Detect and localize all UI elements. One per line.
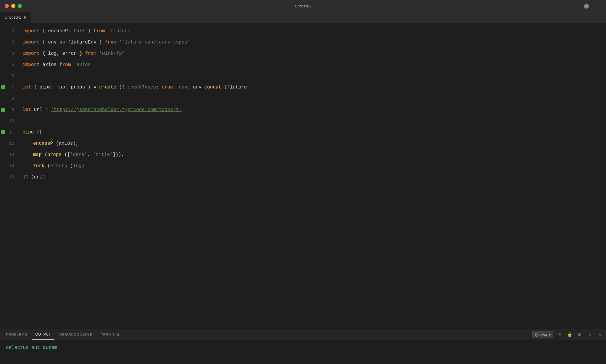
token-plain: ]) (url) — [22, 175, 45, 180]
token-plain: : — [156, 85, 162, 90]
line-content-4[interactable]: import { log, error } from 'wink-fp' — [18, 48, 606, 59]
token-plain: ([ — [34, 130, 42, 135]
minimize-button[interactable] — [11, 4, 15, 8]
line-content-3[interactable]: import { env as flutureEnv } from 'flutu… — [18, 37, 606, 48]
code-line-14: 14fork (error) (log) — [0, 160, 606, 172]
tab-output[interactable]: OUTPUT — [32, 329, 55, 340]
output-source-dropdown[interactable]: Quokka ▾ — [532, 331, 553, 338]
traffic-lights — [5, 4, 22, 8]
token-fn-name: encaseP — [33, 141, 53, 146]
line-gutter-11[interactable]: 11 — [0, 130, 18, 135]
token-plain: axios — [40, 62, 59, 67]
line-content-2[interactable]: import { encaseP, fork } from 'fluture' — [18, 25, 606, 37]
line-content-14[interactable]: fork (error) (log) — [18, 160, 606, 172]
line-gutter-3[interactable]: 3 — [0, 40, 18, 45]
split-editor-icon[interactable]: ⊞ — [578, 3, 581, 9]
token-str: 'data' — [70, 152, 87, 157]
tab-debug-console[interactable]: DEBUG CONSOLE — [56, 329, 96, 340]
token-plain: ({ — [116, 85, 128, 90]
token-plain: ( — [44, 163, 50, 169]
breakpoint-9 — [1, 108, 5, 112]
panel: PROBLEMS OUTPUT DEBUG CONSOLE TERMINAL Q… — [0, 329, 606, 364]
code-line-13: 13map (props (['data', 'title'])), — [0, 149, 606, 160]
trash-icon[interactable]: 🗑 — [576, 331, 584, 339]
line-number-14: 14 — [7, 164, 14, 169]
line-gutter-14[interactable]: 14 — [0, 164, 18, 169]
token-str: 'fluture-sanctuary-types' — [119, 40, 190, 45]
token-plain: (axios), — [53, 141, 78, 146]
code-line-9: 9let url = 'https://jsonplaceholder.typi… — [0, 104, 606, 115]
chevron-up-icon[interactable]: ∧ — [586, 331, 594, 339]
tab-terminal[interactable]: TERMINAL — [97, 329, 124, 340]
line-gutter-5[interactable]: 5 — [0, 62, 18, 67]
token-plain: } — [85, 28, 94, 34]
chevron-down-icon: ▾ — [549, 333, 551, 337]
token-plain: ([ — [62, 152, 70, 157]
filter-icon[interactable]: ≡ — [556, 331, 563, 339]
token-plain: { log, error } — [40, 51, 85, 56]
line-gutter-9[interactable]: 9 — [0, 107, 18, 112]
token-kw-let: let — [22, 107, 31, 112]
token-fn-name: concat — [204, 85, 222, 90]
close-panel-icon[interactable]: ✕ — [596, 331, 604, 339]
line-number-11: 11 — [7, 130, 14, 135]
maximize-button[interactable] — [18, 4, 22, 8]
code-line-12: 12encaseP (axios), — [0, 138, 606, 149]
line-gutter-10[interactable]: 10 — [0, 119, 18, 124]
token-fn-name: pipe — [22, 130, 34, 135]
token-plain: ) — [81, 163, 84, 169]
line-number-10: 10 — [7, 119, 14, 124]
token-plain: : env. — [187, 85, 204, 90]
token-prop: error — [50, 163, 65, 169]
token-kw-true: true — [162, 85, 173, 90]
tab-modified-dot — [24, 16, 26, 19]
code-line-7: 7let { pipe, map, props } = create ({ ch… — [0, 82, 606, 93]
titlebar-actions: ⊞ ⬤ ··· — [578, 3, 601, 9]
close-button[interactable] — [5, 4, 9, 8]
code-line-15: 15]) (url) — [0, 172, 606, 183]
line-gutter-6[interactable]: 6 — [0, 74, 18, 79]
token-kw-import: import — [22, 51, 40, 56]
line-content-15[interactable]: ]) (url) — [18, 172, 606, 183]
token-plain: ) ( — [65, 163, 73, 169]
token-kw-as: as — [59, 40, 65, 45]
token-kw-from: from — [85, 51, 96, 56]
token-str: 'axios' — [74, 62, 94, 67]
indent-bar — [23, 138, 23, 149]
panel-tabs: PROBLEMS OUTPUT DEBUG CONSOLE TERMINAL Q… — [0, 329, 606, 340]
line-gutter-8[interactable]: 8 — [0, 96, 18, 101]
line-gutter-13[interactable]: 13 — [0, 152, 18, 157]
line-gutter-4[interactable]: 4 — [0, 51, 18, 56]
line-content-7[interactable]: let { pipe, map, props } = create ({ che… — [18, 82, 606, 93]
code-container[interactable]: 2import { encaseP, fork } from 'fluture'… — [0, 23, 606, 329]
tabbar: Untitled-1 — [0, 12, 606, 23]
scrollbar[interactable] — [603, 23, 606, 329]
line-gutter-15[interactable]: 15 — [0, 175, 18, 180]
line-gutter-2[interactable]: 2 — [0, 29, 18, 34]
output-text: delectus aut autem — [6, 345, 57, 350]
line-number-6: 6 — [7, 74, 14, 79]
editor-tab[interactable]: Untitled-1 — [0, 12, 31, 23]
dropdown-label: Quokka — [535, 333, 547, 337]
line-content-12[interactable]: encaseP (axios), — [18, 138, 606, 149]
tab-problems[interactable]: PROBLEMS — [2, 329, 31, 340]
token-plain: , — [173, 85, 179, 90]
line-gutter-12[interactable]: 12 — [0, 141, 18, 146]
indent-bar — [23, 149, 23, 160]
line-content-11[interactable]: pipe ([ — [18, 127, 606, 138]
lock-icon[interactable]: 🔒 — [566, 331, 573, 339]
line-content-13[interactable]: map (props (['data', 'title'])), — [18, 149, 606, 160]
code-line-6: 6 — [0, 70, 606, 82]
line-content-5[interactable]: import axios from 'axios' — [18, 59, 606, 70]
token-kw-import: import — [22, 62, 40, 67]
token-fn-name: create — [99, 85, 116, 90]
token-kw-import: import — [22, 40, 40, 45]
line-content-9[interactable]: let url = 'https://jsonplaceholder.typic… — [18, 104, 606, 115]
line-gutter-7[interactable]: 7 — [0, 85, 18, 90]
token-plain: (fluture — [221, 85, 247, 90]
tab-label: Untitled-1 — [5, 15, 21, 20]
token-kw-let: let — [22, 85, 31, 90]
token-fn-name: map — [33, 152, 42, 157]
line-number-12: 12 — [7, 141, 14, 146]
more-actions-icon[interactable]: ··· — [593, 3, 601, 9]
